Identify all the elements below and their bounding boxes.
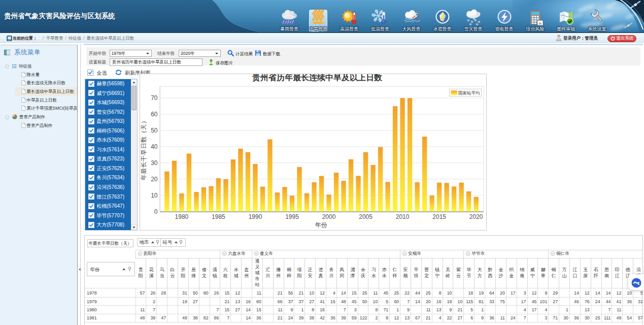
station-item[interactable]: 沿河(57636): [85, 183, 131, 192]
station-column-header[interactable]: 大方: [474, 258, 485, 288]
collapse-toggle-icon[interactable]: [5, 115, 9, 119]
station-column-header[interactable]: 播州: [273, 258, 284, 288]
station-column-header[interactable]: 凤冈: [336, 258, 347, 288]
tree-item[interactable]: 最长连续中旱及以上日数: [0, 87, 78, 96]
station-item[interactable]: 大方(57708): [85, 220, 131, 230]
station-column-header[interactable]: 江口: [570, 258, 581, 288]
station-item[interactable]: 桐梓(57606): [85, 126, 131, 136]
station-column-header[interactable]: 桐梓: [284, 258, 294, 288]
city-group-header[interactable]: 贵阳市: [135, 250, 220, 258]
station-column-header[interactable]: 毕节: [464, 258, 474, 288]
scrollbar-thumb[interactable]: [131, 86, 137, 110]
station-item[interactable]: 道真(57623): [85, 154, 131, 164]
end-year-select[interactable]: 2020年: [179, 50, 221, 57]
station-column-header[interactable]: 修文: [199, 258, 210, 288]
station-column-header[interactable]: 贵阳: [135, 258, 146, 288]
station-column-header[interactable]: 玉屏: [580, 258, 591, 288]
scroll-up-button[interactable]: [131, 79, 137, 85]
group-chip-站号[interactable]: 站号: [160, 238, 186, 247]
station-column-header[interactable]: 平坝: [411, 258, 422, 288]
station-column-header[interactable]: 道真: [316, 258, 326, 288]
table-row[interactable]: 1979219272113168066373727411548455010560…: [85, 298, 643, 306]
station-column-header[interactable]: 白云: [167, 258, 178, 288]
year-column-header[interactable]: 年份: [85, 250, 136, 288]
group-collapse-icon[interactable]: [551, 251, 555, 256]
data-download-button[interactable]: 数据下载: [255, 50, 280, 57]
station-column-header[interactable]: 印江: [612, 258, 623, 288]
logout-button[interactable]: 退出系统: [607, 35, 636, 42]
nav-item-lightning[interactable]: 雷电普查: [489, 9, 520, 32]
station-column-header[interactable]: 水城: [231, 258, 242, 288]
select-all-checkbox[interactable]: 全选: [87, 70, 107, 76]
station-item[interactable]: 松桃(57647): [85, 202, 131, 211]
group-chip-地市[interactable]: 地市: [137, 238, 163, 247]
station-item[interactable]: 赫章(56598): [85, 79, 131, 89]
station-column-header[interactable]: 安顺: [400, 258, 411, 288]
station-item[interactable]: 赤水(57609): [85, 136, 131, 145]
floating-widget[interactable]: [628, 274, 644, 290]
nav-item-system-settings[interactable]: 系统设置: [582, 9, 613, 32]
nav-item-drought[interactable]: 干旱普查: [303, 9, 333, 32]
station-column-header[interactable]: 黔西: [485, 258, 496, 288]
station-column-header[interactable]: 乌当: [157, 258, 167, 288]
station-item[interactable]: 毕节(57707): [85, 211, 131, 221]
station-item[interactable]: 威宁(56691): [85, 89, 131, 99]
station-item[interactable]: 盘州(56793): [85, 117, 131, 126]
sidebar-collapse-handle[interactable]: [79, 268, 81, 271]
station-column-header[interactable]: 清镇: [210, 258, 220, 288]
table-row[interactable]: 1978572628315080261512112156211012414152…: [85, 288, 643, 298]
city-group-header[interactable]: 六盘水市: [220, 250, 252, 258]
city-group-header[interactable]: 遵义市: [252, 250, 400, 258]
station-column-header[interactable]: 金沙: [495, 258, 506, 288]
station-column-header[interactable]: 赫章: [538, 258, 549, 288]
station-column-header[interactable]: 织金: [506, 258, 517, 288]
tree-group-2[interactable]: 普查产品制作: [0, 113, 78, 121]
station-scrollbar[interactable]: [131, 79, 137, 230]
station-column-header[interactable]: 开阳: [178, 258, 188, 288]
nav-item-low-temp[interactable]: 低温普查: [365, 9, 395, 32]
tree-item[interactable]: 降水量: [0, 71, 78, 79]
station-column-header[interactable]: 六枝: [220, 258, 231, 288]
group-collapse-icon[interactable]: [138, 251, 143, 256]
station-column-header[interactable]: 镇宁: [432, 258, 443, 288]
nav-item-high-temp[interactable]: 高温普查: [334, 9, 364, 32]
calc-result-button[interactable]: 计算结果: [227, 50, 253, 57]
city-group-header[interactable]: 安顺市: [400, 250, 464, 258]
station-column-header[interactable]: 息烽: [188, 258, 199, 288]
station-column-header[interactable]: 赤水: [379, 258, 390, 288]
station-column-header[interactable]: 思南: [601, 258, 612, 288]
station-column-header[interactable]: 纳雍: [517, 258, 527, 288]
station-column-header[interactable]: 习水: [368, 258, 379, 288]
chart-title-input[interactable]: 贵州省历年最长连续中旱及以上日数: [110, 58, 202, 66]
station-column-header[interactable]: 威宁: [527, 258, 538, 288]
station-column-header[interactable]: 关岭: [443, 258, 453, 288]
breadcrumb-item[interactable]: 特征值: [69, 36, 82, 41]
city-group-header[interactable]: 铜仁市: [549, 250, 643, 258]
station-column-header[interactable]: 万山: [559, 258, 570, 288]
station-column-header[interactable]: 普定: [421, 258, 432, 288]
station-column-header[interactable]: 仁怀: [390, 258, 400, 288]
breadcrumb-item[interactable]: 干旱普查: [46, 36, 63, 41]
station-item[interactable]: 习水(57614): [85, 145, 131, 155]
start-year-select[interactable]: 1978年: [110, 50, 152, 57]
station-column-header[interactable]: 正安: [305, 258, 316, 288]
group-collapse-icon[interactable]: [466, 251, 470, 256]
nav-item-map-review[interactable]: 图件审核: [551, 9, 582, 32]
station-item[interactable]: 务川(57634): [85, 173, 131, 183]
station-column-header[interactable]: 余庆: [358, 258, 368, 288]
city-group-header[interactable]: 毕节市: [464, 250, 549, 258]
nav-item-comprehensive-risk[interactable]: fx综合风险: [520, 9, 551, 32]
nav-item-snow[interactable]: 雪灾普查: [458, 9, 489, 32]
nav-item-rainstorm[interactable]: 暴雨普查: [274, 9, 304, 32]
nav-item-hail[interactable]: 冰雹普查: [427, 9, 458, 32]
splitter-divider[interactable]: [80, 44, 81, 325]
station-column-header[interactable]: 铜仁: [549, 258, 559, 288]
station-column-header[interactable]: 务川: [326, 258, 337, 288]
breadcrumb-item[interactable]: 最长连续中旱及以上日数: [87, 36, 134, 41]
tree-group-1[interactable]: 特征值: [0, 62, 78, 71]
tree-item[interactable]: 中旱及以上日数: [0, 96, 78, 105]
group-collapse-icon[interactable]: [254, 251, 259, 256]
group-collapse-icon[interactable]: [222, 251, 227, 256]
station-item[interactable]: 正安(57625): [85, 164, 131, 174]
station-column-header[interactable]: 紫云: [453, 258, 464, 288]
